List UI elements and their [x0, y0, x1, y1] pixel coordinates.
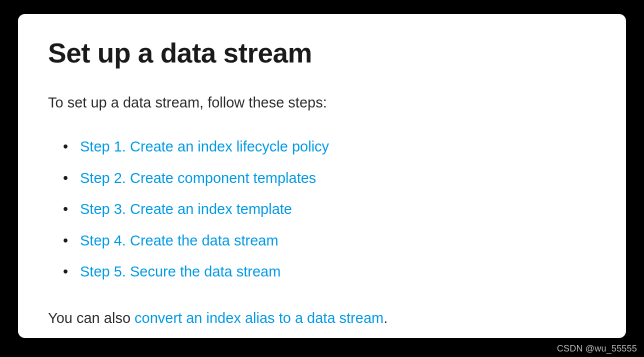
footer-prefix: You can also: [48, 310, 134, 326]
list-item: Step 4. Create the data stream: [80, 230, 596, 251]
watermark-text: CSDN @wu_55555: [557, 344, 637, 354]
step-link-2[interactable]: Step 2. Create component templates: [80, 170, 316, 186]
list-item: Step 2. Create component templates: [80, 168, 596, 188]
list-item: Step 1. Create an index lifecycle policy: [80, 136, 596, 157]
content-card: Set up a data stream To set up a data st…: [18, 14, 626, 338]
list-item: Step 3. Create an index template: [80, 199, 596, 220]
convert-alias-link[interactable]: convert an index alias to a data stream: [134, 310, 384, 326]
step-link-1[interactable]: Step 1. Create an index lifecycle policy: [80, 138, 329, 154]
footer-suffix: .: [384, 310, 388, 326]
footer-paragraph: You can also convert an index alias to a…: [48, 308, 596, 328]
step-link-4[interactable]: Step 4. Create the data stream: [80, 232, 278, 248]
list-item: Step 5. Secure the data stream: [80, 262, 596, 282]
steps-list: Step 1. Create an index lifecycle policy…: [48, 136, 596, 282]
intro-text: To set up a data stream, follow these st…: [48, 92, 596, 113]
page-title: Set up a data stream: [48, 38, 596, 68]
step-link-3[interactable]: Step 3. Create an index template: [80, 201, 292, 217]
step-link-5[interactable]: Step 5. Secure the data stream: [80, 264, 280, 280]
